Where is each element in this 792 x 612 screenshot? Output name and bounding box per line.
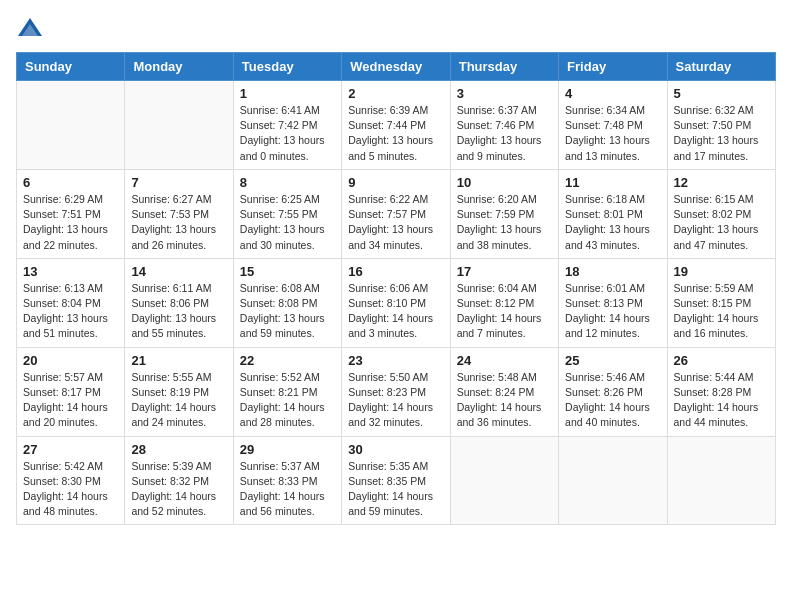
calendar-cell: 18Sunrise: 6:01 AMSunset: 8:13 PMDayligh… [559, 258, 667, 347]
day-info: Sunrise: 6:15 AMSunset: 8:02 PMDaylight:… [674, 192, 769, 253]
day-number: 17 [457, 264, 552, 279]
day-number: 12 [674, 175, 769, 190]
calendar-cell: 1Sunrise: 6:41 AMSunset: 7:42 PMDaylight… [233, 81, 341, 170]
calendar-cell: 19Sunrise: 5:59 AMSunset: 8:15 PMDayligh… [667, 258, 775, 347]
calendar-cell: 16Sunrise: 6:06 AMSunset: 8:10 PMDayligh… [342, 258, 450, 347]
day-info: Sunrise: 6:27 AMSunset: 7:53 PMDaylight:… [131, 192, 226, 253]
calendar-cell: 2Sunrise: 6:39 AMSunset: 7:44 PMDaylight… [342, 81, 450, 170]
calendar-day-header: Tuesday [233, 53, 341, 81]
day-info: Sunrise: 6:11 AMSunset: 8:06 PMDaylight:… [131, 281, 226, 342]
calendar-cell: 10Sunrise: 6:20 AMSunset: 7:59 PMDayligh… [450, 169, 558, 258]
calendar-cell [667, 436, 775, 525]
calendar-day-header: Saturday [667, 53, 775, 81]
calendar-cell: 24Sunrise: 5:48 AMSunset: 8:24 PMDayligh… [450, 347, 558, 436]
calendar-day-header: Sunday [17, 53, 125, 81]
day-number: 19 [674, 264, 769, 279]
day-number: 7 [131, 175, 226, 190]
calendar-cell: 29Sunrise: 5:37 AMSunset: 8:33 PMDayligh… [233, 436, 341, 525]
calendar-week-row: 6Sunrise: 6:29 AMSunset: 7:51 PMDaylight… [17, 169, 776, 258]
day-number: 28 [131, 442, 226, 457]
day-number: 20 [23, 353, 118, 368]
day-number: 30 [348, 442, 443, 457]
day-info: Sunrise: 6:13 AMSunset: 8:04 PMDaylight:… [23, 281, 118, 342]
calendar-table: SundayMondayTuesdayWednesdayThursdayFrid… [16, 52, 776, 525]
day-number: 22 [240, 353, 335, 368]
calendar-week-row: 13Sunrise: 6:13 AMSunset: 8:04 PMDayligh… [17, 258, 776, 347]
day-info: Sunrise: 6:22 AMSunset: 7:57 PMDaylight:… [348, 192, 443, 253]
calendar-cell: 7Sunrise: 6:27 AMSunset: 7:53 PMDaylight… [125, 169, 233, 258]
calendar-header-row: SundayMondayTuesdayWednesdayThursdayFrid… [17, 53, 776, 81]
day-info: Sunrise: 5:55 AMSunset: 8:19 PMDaylight:… [131, 370, 226, 431]
calendar-cell: 4Sunrise: 6:34 AMSunset: 7:48 PMDaylight… [559, 81, 667, 170]
day-number: 26 [674, 353, 769, 368]
day-info: Sunrise: 6:41 AMSunset: 7:42 PMDaylight:… [240, 103, 335, 164]
calendar-cell: 17Sunrise: 6:04 AMSunset: 8:12 PMDayligh… [450, 258, 558, 347]
day-info: Sunrise: 6:34 AMSunset: 7:48 PMDaylight:… [565, 103, 660, 164]
day-number: 15 [240, 264, 335, 279]
calendar-cell: 14Sunrise: 6:11 AMSunset: 8:06 PMDayligh… [125, 258, 233, 347]
day-number: 10 [457, 175, 552, 190]
day-number: 14 [131, 264, 226, 279]
day-info: Sunrise: 5:52 AMSunset: 8:21 PMDaylight:… [240, 370, 335, 431]
day-number: 8 [240, 175, 335, 190]
day-number: 18 [565, 264, 660, 279]
day-number: 23 [348, 353, 443, 368]
calendar-cell: 20Sunrise: 5:57 AMSunset: 8:17 PMDayligh… [17, 347, 125, 436]
day-info: Sunrise: 6:32 AMSunset: 7:50 PMDaylight:… [674, 103, 769, 164]
calendar-cell: 8Sunrise: 6:25 AMSunset: 7:55 PMDaylight… [233, 169, 341, 258]
day-info: Sunrise: 6:08 AMSunset: 8:08 PMDaylight:… [240, 281, 335, 342]
calendar-day-header: Wednesday [342, 53, 450, 81]
day-info: Sunrise: 6:37 AMSunset: 7:46 PMDaylight:… [457, 103, 552, 164]
day-number: 24 [457, 353, 552, 368]
day-number: 13 [23, 264, 118, 279]
calendar-cell: 23Sunrise: 5:50 AMSunset: 8:23 PMDayligh… [342, 347, 450, 436]
calendar-cell: 9Sunrise: 6:22 AMSunset: 7:57 PMDaylight… [342, 169, 450, 258]
day-info: Sunrise: 5:57 AMSunset: 8:17 PMDaylight:… [23, 370, 118, 431]
calendar-cell: 3Sunrise: 6:37 AMSunset: 7:46 PMDaylight… [450, 81, 558, 170]
day-info: Sunrise: 5:44 AMSunset: 8:28 PMDaylight:… [674, 370, 769, 431]
calendar-cell: 28Sunrise: 5:39 AMSunset: 8:32 PMDayligh… [125, 436, 233, 525]
day-info: Sunrise: 5:42 AMSunset: 8:30 PMDaylight:… [23, 459, 118, 520]
calendar-cell [125, 81, 233, 170]
calendar-cell: 5Sunrise: 6:32 AMSunset: 7:50 PMDaylight… [667, 81, 775, 170]
day-info: Sunrise: 6:29 AMSunset: 7:51 PMDaylight:… [23, 192, 118, 253]
day-number: 27 [23, 442, 118, 457]
calendar-week-row: 27Sunrise: 5:42 AMSunset: 8:30 PMDayligh… [17, 436, 776, 525]
calendar-cell: 12Sunrise: 6:15 AMSunset: 8:02 PMDayligh… [667, 169, 775, 258]
page-header [16, 16, 776, 44]
day-number: 5 [674, 86, 769, 101]
calendar-cell: 21Sunrise: 5:55 AMSunset: 8:19 PMDayligh… [125, 347, 233, 436]
calendar-cell: 26Sunrise: 5:44 AMSunset: 8:28 PMDayligh… [667, 347, 775, 436]
calendar-cell: 6Sunrise: 6:29 AMSunset: 7:51 PMDaylight… [17, 169, 125, 258]
calendar-cell [559, 436, 667, 525]
day-info: Sunrise: 5:50 AMSunset: 8:23 PMDaylight:… [348, 370, 443, 431]
day-info: Sunrise: 6:06 AMSunset: 8:10 PMDaylight:… [348, 281, 443, 342]
calendar-week-row: 20Sunrise: 5:57 AMSunset: 8:17 PMDayligh… [17, 347, 776, 436]
calendar-cell [17, 81, 125, 170]
day-number: 25 [565, 353, 660, 368]
day-number: 6 [23, 175, 118, 190]
calendar-cell: 15Sunrise: 6:08 AMSunset: 8:08 PMDayligh… [233, 258, 341, 347]
day-number: 16 [348, 264, 443, 279]
day-info: Sunrise: 5:35 AMSunset: 8:35 PMDaylight:… [348, 459, 443, 520]
day-number: 21 [131, 353, 226, 368]
calendar-cell: 25Sunrise: 5:46 AMSunset: 8:26 PMDayligh… [559, 347, 667, 436]
day-number: 1 [240, 86, 335, 101]
day-info: Sunrise: 5:39 AMSunset: 8:32 PMDaylight:… [131, 459, 226, 520]
day-number: 2 [348, 86, 443, 101]
calendar-week-row: 1Sunrise: 6:41 AMSunset: 7:42 PMDaylight… [17, 81, 776, 170]
day-info: Sunrise: 6:25 AMSunset: 7:55 PMDaylight:… [240, 192, 335, 253]
day-number: 3 [457, 86, 552, 101]
calendar-cell: 30Sunrise: 5:35 AMSunset: 8:35 PMDayligh… [342, 436, 450, 525]
day-info: Sunrise: 5:46 AMSunset: 8:26 PMDaylight:… [565, 370, 660, 431]
calendar-cell: 22Sunrise: 5:52 AMSunset: 8:21 PMDayligh… [233, 347, 341, 436]
day-info: Sunrise: 5:48 AMSunset: 8:24 PMDaylight:… [457, 370, 552, 431]
calendar-cell: 27Sunrise: 5:42 AMSunset: 8:30 PMDayligh… [17, 436, 125, 525]
day-info: Sunrise: 5:37 AMSunset: 8:33 PMDaylight:… [240, 459, 335, 520]
day-info: Sunrise: 6:39 AMSunset: 7:44 PMDaylight:… [348, 103, 443, 164]
calendar-cell [450, 436, 558, 525]
day-info: Sunrise: 6:18 AMSunset: 8:01 PMDaylight:… [565, 192, 660, 253]
day-number: 4 [565, 86, 660, 101]
calendar-cell: 13Sunrise: 6:13 AMSunset: 8:04 PMDayligh… [17, 258, 125, 347]
calendar-day-header: Friday [559, 53, 667, 81]
